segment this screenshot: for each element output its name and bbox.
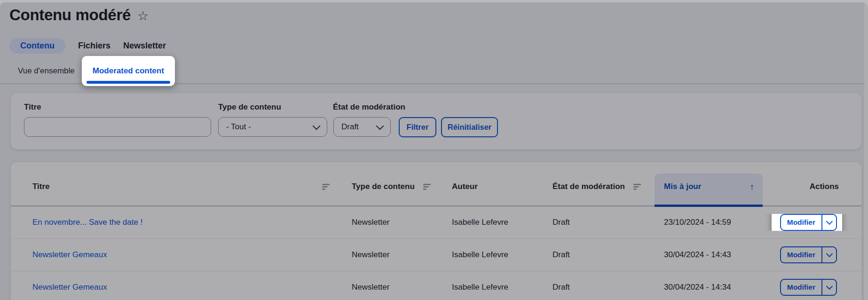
modifier-split-button: Modifier bbox=[780, 246, 837, 263]
column-header-actions: Actions bbox=[763, 162, 861, 205]
scrollbar-track[interactable] bbox=[864, 2, 868, 300]
cell-author: Isabelle Lefevre bbox=[444, 250, 545, 260]
table-row: Newsletter Gemeaux Newsletter Isabelle L… bbox=[11, 271, 861, 300]
column-header-auteur[interactable]: Auteur bbox=[444, 162, 545, 205]
filter-submit-button[interactable]: Filtrer bbox=[399, 117, 436, 137]
content-title-link[interactable]: En novembre... Save the date ! bbox=[32, 218, 142, 227]
chevron-down-icon bbox=[376, 122, 384, 130]
cell-updated: 23/10/2024 - 14:59 bbox=[655, 218, 763, 227]
tab-fichiers[interactable]: Fichiers bbox=[78, 41, 110, 51]
primary-tabs: Contenu Fichiers Newsletter bbox=[9, 38, 166, 54]
modifier-split-button: Modifier bbox=[780, 214, 837, 231]
chevron-down-icon bbox=[826, 218, 832, 225]
modifier-button[interactable]: Modifier bbox=[781, 247, 821, 262]
secondary-tabs: Vue d'ensemble Moderated content bbox=[0, 55, 868, 86]
page-header: Contenu modéré ☆ bbox=[9, 6, 149, 24]
sort-lines-icon bbox=[322, 184, 330, 190]
tab-contenu[interactable]: Contenu bbox=[9, 38, 65, 54]
column-header-etat-de-moderation[interactable]: État de modération bbox=[545, 162, 655, 205]
modifier-split-button: Modifier bbox=[780, 279, 837, 296]
highlight-callout-moderated-content: Moderated content bbox=[82, 56, 175, 86]
filter-content-type-select[interactable]: - Tout - bbox=[218, 117, 327, 137]
favorite-star-icon[interactable]: ☆ bbox=[137, 10, 149, 23]
sort-arrow-up-icon: ↑ bbox=[750, 182, 754, 192]
column-header-type-de-contenu[interactable]: Type de contenu bbox=[343, 162, 444, 205]
filter-title-input[interactable] bbox=[24, 117, 211, 137]
tab-moderated-content[interactable]: Moderated content bbox=[93, 66, 164, 76]
cell-content-type: Newsletter bbox=[343, 250, 444, 260]
chevron-down-icon bbox=[313, 122, 321, 130]
sort-lines-icon bbox=[423, 184, 431, 190]
table-header-row: Titre Type de contenu Auteur État de mod… bbox=[11, 162, 861, 206]
content-title-link[interactable]: Newsletter Gemeaux bbox=[32, 283, 107, 292]
cell-updated: 30/04/2024 - 14:43 bbox=[655, 250, 763, 260]
modifier-button[interactable]: Modifier bbox=[781, 280, 821, 295]
cell-author: Isabelle Lefevre bbox=[444, 218, 545, 227]
tab-vue-densemble[interactable]: Vue d'ensemble bbox=[18, 66, 75, 76]
cell-content-type: Newsletter bbox=[343, 283, 444, 292]
filter-moderation-state-select[interactable]: Draft bbox=[333, 117, 391, 137]
table-row: En novembre... Save the date ! Newslette… bbox=[11, 206, 861, 239]
tab-newsletter[interactable]: Newsletter bbox=[123, 41, 166, 51]
column-header-titre[interactable]: Titre bbox=[11, 162, 343, 205]
highlight-callout-modifier-button: Modifier bbox=[772, 214, 842, 231]
filters-panel: Titre Type de contenu - Tout - État de m… bbox=[10, 93, 862, 150]
screen: { "app": { "accent_color": "#0b54d0" }, … bbox=[0, 0, 868, 300]
column-header-mis-a-jour-sorted[interactable]: Mis à jour ↑ bbox=[655, 162, 763, 205]
filter-title-label: Titre bbox=[24, 103, 41, 112]
filter-moderation-state-label: État de modération bbox=[333, 103, 405, 112]
chevron-down-icon bbox=[826, 283, 832, 290]
content-title-link[interactable]: Newsletter Gemeaux bbox=[32, 250, 107, 259]
modifier-button[interactable]: Modifier bbox=[781, 215, 821, 230]
filter-reset-button[interactable]: Réinitialiser bbox=[441, 117, 498, 137]
cell-author: Isabelle Lefevre bbox=[444, 283, 545, 292]
content-table: Titre Type de contenu Auteur État de mod… bbox=[10, 162, 862, 300]
modifier-dropdown-toggle[interactable] bbox=[821, 247, 836, 262]
cell-updated: 30/04/2024 - 14:34 bbox=[655, 283, 763, 292]
table-row: Newsletter Gemeaux Newsletter Isabelle L… bbox=[11, 239, 861, 271]
chevron-down-icon bbox=[826, 251, 832, 257]
modifier-dropdown-toggle[interactable] bbox=[821, 280, 836, 295]
page-title: Contenu modéré bbox=[9, 6, 131, 24]
filter-moderation-state-value: Draft bbox=[341, 122, 359, 132]
filter-content-type-label: Type de contenu bbox=[218, 103, 281, 112]
filter-content-type-value: - Tout - bbox=[226, 122, 251, 132]
cell-moderation-state: Draft bbox=[545, 250, 655, 260]
cell-moderation-state: Draft bbox=[545, 283, 655, 292]
cell-content-type: Newsletter bbox=[343, 218, 444, 227]
sort-lines-icon bbox=[633, 184, 641, 190]
modifier-dropdown-toggle[interactable] bbox=[821, 215, 836, 230]
cell-moderation-state: Draft bbox=[545, 218, 655, 227]
admin-page: Contenu modéré ☆ Contenu Fichiers Newsle… bbox=[0, 2, 868, 300]
